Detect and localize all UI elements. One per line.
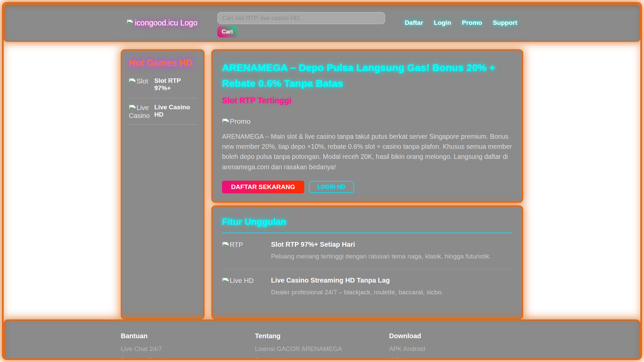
sidebar-title: Hot Games HD xyxy=(129,58,197,68)
broken-image-icon: Slot xyxy=(129,77,150,92)
sidebar-item-label: Live Casino HD xyxy=(154,104,197,118)
footer-link-ios-app[interactable]: iOS App xyxy=(389,357,523,360)
broken-image-icon: RTP xyxy=(222,241,260,260)
main-content: Hot Games HD Slot Slot RTP 97%+ xyxy=(121,49,523,319)
footer-column-title: Download xyxy=(389,332,523,340)
broken-image-icon: Live HD xyxy=(222,277,260,296)
header: icongood.icu Logo Cari Daftar Login Prom… xyxy=(4,4,640,42)
feature-title: Slot RTP 97%+ Setiap Hari xyxy=(271,241,491,248)
footer-link-panduan-deposit[interactable]: Panduan Deposit xyxy=(121,357,255,360)
hero-card: ARENAMEGA – Depo Pulsa Langsung Gas! Bon… xyxy=(211,49,523,203)
features-card: Fitur Unggulan RTP Slot RTP 97%+ Setiap … xyxy=(211,205,523,319)
footer-link-lisensi[interactable]: Lisensi GACOR ARENAMEGA xyxy=(255,345,389,352)
feature-title: Live Casino Streaming HD Tanpa Lag xyxy=(271,277,443,284)
search-form: Cari xyxy=(217,12,385,38)
sidebar-item-slot-rtp[interactable]: Slot Slot RTP 97%+ xyxy=(129,72,197,98)
features-title: Fitur Unggulan xyxy=(222,217,513,233)
hero-title: ARENAMEGA – Depo Pulsa Langsung Gas! Bon… xyxy=(222,60,513,91)
sidebar-item-label: Slot RTP 97%+ xyxy=(154,77,197,92)
footer-column-tentang: Tentang Lisensi GACOR ARENAMEGA Syarat &… xyxy=(255,332,389,360)
sidebar-item-live-casino[interactable]: Live Casino Live Casino HD xyxy=(129,98,197,125)
image-alt-text: Live HD xyxy=(230,277,254,284)
promo-broken-image: Promo xyxy=(222,117,513,125)
page-frame: icongood.icu Logo Cari Daftar Login Prom… xyxy=(2,2,642,360)
footer-column-bantuan: Bantuan Live Chat 24/7 Panduan Deposit xyxy=(121,332,255,360)
footer-link-syarat[interactable]: Syarat & Ketentuan xyxy=(255,357,389,360)
nav-link-promo[interactable]: Promo xyxy=(462,19,482,26)
footer: Bantuan Live Chat 24/7 Panduan Deposit T… xyxy=(4,319,640,360)
image-alt-text: RTP xyxy=(230,241,243,248)
logo-text: icongood.icu Logo xyxy=(135,18,198,27)
footer-link-live-chat[interactable]: Live Chat 24/7 xyxy=(121,345,255,352)
footer-link-apk-android[interactable]: APK Android xyxy=(389,345,523,352)
broken-image-icon xyxy=(222,118,229,125)
feature-description: Peluang menang tertinggi dengan ratusan … xyxy=(271,253,491,260)
search-button[interactable]: Cari xyxy=(217,26,237,38)
image-alt-text: Promo xyxy=(230,117,251,125)
footer-column-download: Download APK Android iOS App xyxy=(389,332,523,360)
hero-description: ARENAMEGA – Main slot & live casino tanp… xyxy=(222,131,513,172)
nav-link-support[interactable]: Support xyxy=(493,19,517,26)
sidebar: Hot Games HD Slot Slot RTP 97%+ xyxy=(121,49,205,319)
search-input[interactable] xyxy=(217,12,385,24)
main-column: ARENAMEGA – Depo Pulsa Langsung Gas! Bon… xyxy=(211,49,523,319)
main-nav: Daftar Login Promo Support xyxy=(405,19,517,26)
nav-link-daftar[interactable]: Daftar xyxy=(405,19,423,26)
image-alt-text: Slot xyxy=(137,77,148,85)
feature-slot-rtp: RTP Slot RTP 97%+ Setiap Hari Peluang me… xyxy=(222,233,513,269)
feature-live-casino: Live HD Live Casino Streaming HD Tanpa L… xyxy=(222,269,513,305)
hero-subtitle: Slot RTP Tertinggi xyxy=(222,96,513,105)
cta-row: DAFTAR SEKARANG LOGIN HD xyxy=(222,181,513,193)
footer-column-title: Bantuan xyxy=(121,332,255,340)
nav-link-login[interactable]: Login xyxy=(434,19,451,26)
daftar-sekarang-button[interactable]: DAFTAR SEKARANG xyxy=(222,181,304,193)
login-hd-button[interactable]: LOGIN HD xyxy=(309,181,354,193)
feature-description: Dealer profesional 24/7 – blackjack, rou… xyxy=(271,289,443,296)
broken-image-icon xyxy=(127,18,133,27)
broken-image-icon: Live Casino xyxy=(129,104,150,118)
site-logo[interactable]: icongood.icu Logo xyxy=(127,18,198,27)
footer-column-title: Tentang xyxy=(255,332,389,340)
